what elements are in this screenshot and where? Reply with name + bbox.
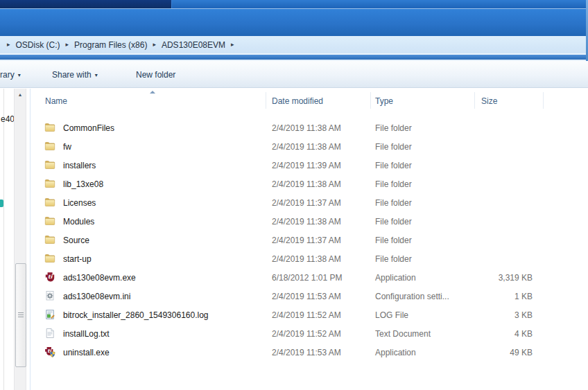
file-row[interactable]: installLog.txt2/4/2019 11:52 AMText Docu… <box>0 324 588 343</box>
file-row[interactable]: Source2/4/2019 11:37 AMFile folder <box>0 231 588 249</box>
titlebar-remnant <box>0 0 588 8</box>
breadcrumb-arrow-icon[interactable]: ▸ <box>66 41 69 48</box>
scroll-up-arrow-icon[interactable]: ▲ <box>15 92 26 97</box>
breadcrumb-arrow-icon[interactable]: ▸ <box>231 41 234 48</box>
breadcrumb-item[interactable]: Program Files (x86) <box>74 40 147 50</box>
toolbar-item-new-folder[interactable]: New folder <box>136 70 175 80</box>
file-date: 6/18/2012 1:01 PM <box>272 273 342 283</box>
column-separator[interactable] <box>266 92 266 109</box>
log-file-icon <box>44 309 55 320</box>
file-row[interactable]: CommonFiles2/4/2019 11:38 AMFile folder <box>0 118 588 137</box>
dropdown-caret-icon: ▾ <box>18 72 21 78</box>
titlebar-blue-segment <box>171 0 588 8</box>
file-type: File folder <box>375 198 412 208</box>
folder-icon <box>44 197 55 208</box>
toolbar-item-label: rary <box>0 70 15 80</box>
file-name: fw <box>63 142 71 152</box>
folder-icon <box>44 253 55 264</box>
breadcrumb: ▸OSDisk (C:)▸Program Files (x86)▸ADS130E… <box>1 40 240 50</box>
ti-logo-shield-icon: ti <box>44 346 55 357</box>
file-date: 2/4/2019 11:38 AM <box>272 179 341 189</box>
titlebar-navy-segment <box>0 0 171 8</box>
aero-glass-band <box>0 8 588 37</box>
toolbar-item-share-with[interactable]: Share with▾ <box>52 70 98 80</box>
toolbar-item-label: Share with <box>52 70 92 80</box>
folder-icon <box>44 215 55 227</box>
file-row[interactable]: Licenses2/4/2019 11:37 AMFile folder <box>0 193 588 212</box>
aero-glass-bottom-band <box>0 55 588 60</box>
folder-icon <box>44 178 55 189</box>
file-list: CommonFiles2/4/2019 11:38 AMFile folderf… <box>0 118 588 362</box>
file-name: bitrock_installer_2860_1549306160.log <box>63 310 209 320</box>
file-type: File folder <box>375 217 412 227</box>
column-header-type[interactable]: Type <box>375 96 393 106</box>
file-size: 3 KB <box>444 310 533 320</box>
file-name: installLog.txt <box>63 329 110 339</box>
file-row[interactable]: lib_13xe082/4/2019 11:38 AMFile folder <box>0 175 588 193</box>
file-row[interactable]: tiuninstall.exe2/4/2019 11:53 AMApplicat… <box>0 343 588 362</box>
file-date: 2/4/2019 11:38 AM <box>272 217 341 227</box>
file-type: Application <box>375 273 416 283</box>
file-size: 3,319 KB <box>444 273 533 283</box>
toolbar-item-label: New folder <box>136 70 175 80</box>
breadcrumb-item[interactable]: ADS130E08EVM <box>162 40 225 50</box>
file-type: File folder <box>375 179 412 189</box>
file-row[interactable]: installers2/4/2019 11:39 AMFile folder <box>0 156 588 175</box>
file-date: 2/4/2019 11:52 AM <box>272 329 341 339</box>
column-header-size[interactable]: Size <box>481 96 497 106</box>
file-name: Licenses <box>63 198 96 208</box>
file-name: CommonFiles <box>63 123 114 133</box>
file-type: File folder <box>375 236 412 245</box>
file-date: 2/4/2019 11:52 AM <box>272 310 341 320</box>
content-area: e40 ▲ Name Date modified Type Size Commo… <box>0 89 588 390</box>
folder-icon <box>44 234 55 245</box>
file-size: 1 KB <box>444 292 533 301</box>
folder-icon <box>44 141 55 152</box>
file-date: 2/4/2019 11:38 AM <box>272 254 341 264</box>
column-separator[interactable] <box>474 92 475 109</box>
file-type: Text Document <box>375 329 431 339</box>
file-name: ads130e08evm.ini <box>63 292 130 301</box>
file-date: 2/4/2019 11:37 AM <box>272 198 341 208</box>
file-date: 2/4/2019 11:53 AM <box>272 348 341 357</box>
file-row[interactable]: bitrock_installer_2860_1549306160.log2/4… <box>0 305 588 324</box>
breadcrumb-arrow-icon[interactable]: ▸ <box>7 41 10 48</box>
file-name: Source <box>63 236 89 245</box>
file-date: 2/4/2019 11:38 AM <box>272 142 341 152</box>
breadcrumb-arrow-icon[interactable]: ▸ <box>153 41 156 48</box>
file-row[interactable]: start-up2/4/2019 11:38 AMFile folder <box>0 249 588 268</box>
file-type: File folder <box>375 254 412 264</box>
file-date: 2/4/2019 11:53 AM <box>272 292 341 301</box>
column-header-date-modified[interactable]: Date modified <box>272 96 323 106</box>
gear-settings-icon <box>44 290 55 301</box>
column-header-name[interactable]: Name <box>45 96 67 106</box>
ti-logo-icon: ti <box>44 272 55 283</box>
file-date: 2/4/2019 11:37 AM <box>272 236 341 245</box>
address-bar[interactable]: ▸OSDisk (C:)▸Program Files (x86)▸ADS130E… <box>0 36 588 53</box>
folder-icon <box>44 159 55 170</box>
file-row[interactable]: fw2/4/2019 11:38 AMFile folder <box>0 137 588 156</box>
file-row[interactable]: tiads130e08evm.exe6/18/2012 1:01 PMAppli… <box>0 268 588 287</box>
column-separator[interactable] <box>543 92 544 109</box>
folder-icon <box>44 122 55 133</box>
file-date: 2/4/2019 11:39 AM <box>272 161 341 170</box>
text-document-icon <box>44 328 55 339</box>
file-date: 2/4/2019 11:38 AM <box>272 123 341 133</box>
file-name: start-up <box>63 254 92 264</box>
command-toolbar: rary▾ Share with▾ New folder <box>0 61 588 88</box>
file-name: uninstall.exe <box>63 348 110 357</box>
breadcrumb-item[interactable]: OSDisk (C:) <box>16 40 60 50</box>
column-separator[interactable] <box>370 92 371 109</box>
file-row[interactable]: Modules2/4/2019 11:38 AMFile folder <box>0 212 588 231</box>
file-name: Modules <box>63 217 94 227</box>
file-name: lib_13xe08 <box>63 179 103 189</box>
file-type: File folder <box>375 123 412 133</box>
file-type: Configuration setti... <box>375 292 449 301</box>
toolbar-item-library[interactable]: rary▾ <box>0 70 21 80</box>
file-name: ads130e08evm.exe <box>63 273 136 283</box>
file-size: 4 KB <box>444 329 533 339</box>
file-type: File folder <box>375 161 412 170</box>
file-row[interactable]: ads130e08evm.ini2/4/2019 11:53 AMConfigu… <box>0 287 588 305</box>
column-header-row: Name Date modified Type Size <box>31 91 588 110</box>
file-type: Application <box>375 348 416 357</box>
